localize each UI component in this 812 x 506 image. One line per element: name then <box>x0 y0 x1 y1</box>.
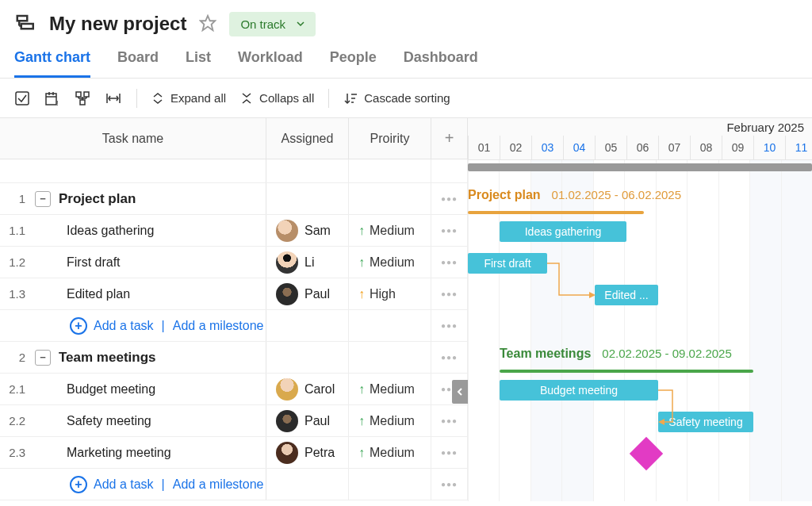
timeline-group-row: Project plan 01.02.2025 - 06.02.2025 <box>468 184 812 216</box>
task-name-cell[interactable]: Edited plan <box>32 278 266 309</box>
tab-people[interactable]: People <box>330 48 377 78</box>
row-actions-button[interactable]: ●●● <box>431 215 468 246</box>
row-actions-button[interactable]: ●●● <box>431 405 468 436</box>
timeline-overview-row <box>468 160 812 184</box>
timeline-group-bar[interactable] <box>468 211 644 214</box>
timeline-day: 06 <box>626 136 658 159</box>
assignee-name: Sam <box>304 224 331 238</box>
assignee-cell[interactable]: Carol <box>266 374 349 404</box>
timeline-task-row: First draft <box>468 247 812 279</box>
task-bar[interactable]: Safety meeting <box>658 412 753 432</box>
svg-text:!: ! <box>56 99 59 106</box>
status-label: On track <box>240 17 285 31</box>
priority-cell[interactable]: ↑ Medium <box>349 215 431 246</box>
timeline-task-row: Safety meeting <box>468 406 812 438</box>
row-actions-button[interactable]: ●●● <box>431 183 468 214</box>
panel-collapse-handle[interactable] <box>452 380 468 404</box>
project-status-chip[interactable]: On track <box>229 12 316 36</box>
priority-cell[interactable]: ↑ Medium <box>349 374 431 404</box>
add-milestone-link[interactable]: Add a milestone <box>173 319 264 333</box>
row-index: 1 <box>0 183 32 214</box>
task-row: 2.1 Budget meeting Carol ↑ Medium ●●● <box>0 374 468 405</box>
task-name-cell[interactable]: Budget meeting <box>32 374 266 404</box>
assignee-cell[interactable]: Paul <box>266 278 349 309</box>
task-name-cell[interactable]: Marketing meeting <box>32 437 266 468</box>
task-bar[interactable]: Budget meeting <box>500 380 658 401</box>
priority-label: Medium <box>370 382 415 397</box>
toolbar-hierarchy-icon[interactable] <box>75 90 90 106</box>
row-actions-button[interactable]: ●●● <box>431 310 468 341</box>
add-column-button[interactable]: + <box>431 118 468 159</box>
task-row: 1.1 Ideas gathering Sam ↑ Medium ●●● <box>0 215 468 247</box>
svg-rect-12 <box>84 92 89 97</box>
milestone-marker[interactable] <box>630 437 663 470</box>
assignee-cell[interactable]: Sam <box>266 215 349 246</box>
toolbar-check-icon[interactable] <box>14 90 30 106</box>
collapse-toggle[interactable]: − <box>35 350 51 366</box>
priority-cell[interactable]: ↑ High <box>349 278 431 309</box>
assignee-cell[interactable]: Petra <box>266 437 349 468</box>
row-actions-button[interactable]: ●●● <box>431 437 468 468</box>
avatar <box>276 378 298 401</box>
timeline-task-row: Edited ... <box>468 279 812 311</box>
assignee-cell[interactable]: Li <box>266 247 349 278</box>
tab-board[interactable]: Board <box>117 48 159 78</box>
favorite-star-button[interactable] <box>197 13 218 36</box>
priority-arrow-icon: ↑ <box>358 414 365 428</box>
add-plus-icon[interactable]: + <box>70 317 87 335</box>
timeline-day: 01 <box>468 136 500 159</box>
task-name-cell[interactable]: Ideas gathering <box>32 215 266 246</box>
add-milestone-link[interactable]: Add a milestone <box>173 477 264 492</box>
group-name-cell[interactable]: − Team meetings <box>32 342 266 373</box>
assignee-cell[interactable]: Paul <box>266 405 349 436</box>
grid-toolbar: ! Expand all Collaps all Cascade sorting <box>0 79 812 118</box>
row-actions-button[interactable]: ●●● <box>431 247 468 278</box>
avatar <box>276 283 298 305</box>
svg-marker-4 <box>201 15 215 29</box>
tab-dashboard[interactable]: Dashboard <box>404 48 478 78</box>
task-grid: Task name Assigned Proirity + 1 − Projec… <box>0 118 468 505</box>
row-actions-button[interactable]: ●●● <box>431 278 468 309</box>
task-name-cell[interactable]: First draft <box>32 247 266 278</box>
tab-gantt-chart[interactable]: Gantt chart <box>14 48 90 78</box>
cascade-sorting-button[interactable]: Cascade sorting <box>343 91 450 105</box>
timeline-group-bar[interactable] <box>500 370 753 373</box>
toolbar-width-icon[interactable] <box>105 90 122 106</box>
row-actions-button[interactable]: ●●● <box>431 469 468 500</box>
svg-rect-13 <box>80 100 85 105</box>
priority-cell[interactable]: ↑ Medium <box>349 405 431 436</box>
timeline-day: 03 <box>531 136 563 159</box>
add-plus-icon[interactable]: + <box>70 476 87 493</box>
task-bar[interactable]: First draft <box>468 253 547 274</box>
priority-cell[interactable]: ↑ Medium <box>349 247 431 278</box>
tab-list[interactable]: List <box>186 48 211 78</box>
priority-cell[interactable]: ↑ Medium <box>349 437 431 468</box>
add-task-link[interactable]: Add a task <box>94 319 154 333</box>
priority-arrow-icon: ↑ <box>358 382 365 397</box>
timeline-day: 08 <box>690 136 722 159</box>
collapse-all-button[interactable]: Collaps all <box>240 91 314 105</box>
timeline-empty-row <box>468 311 812 343</box>
add-task-link[interactable]: Add a task <box>94 477 154 492</box>
assignee-name: Carol <box>304 382 335 397</box>
toolbar-divider <box>328 89 329 108</box>
task-name-cell[interactable]: Safety meeting <box>32 405 266 436</box>
add-task-row: + Add a task | Add a milestone ●●● <box>0 310 468 342</box>
timeline-task-row: Ideas gathering <box>468 216 812 247</box>
avatar <box>276 220 298 242</box>
collapse-toggle[interactable]: − <box>35 191 51 207</box>
svg-rect-0 <box>17 16 28 21</box>
expand-all-button[interactable]: Expand all <box>151 91 226 105</box>
priority-arrow-icon: ↑ <box>358 446 365 460</box>
tab-workload[interactable]: Workload <box>238 48 303 78</box>
row-actions-button[interactable]: ●●● <box>431 342 468 373</box>
priority-arrow-icon: ↑ <box>358 287 365 301</box>
task-bar[interactable]: Ideas gathering <box>500 221 626 242</box>
toolbar-calendar-icon[interactable]: ! <box>44 90 60 106</box>
task-bar[interactable]: Edited ... <box>595 285 658 305</box>
timeline-overview-scrollbar[interactable] <box>468 163 812 171</box>
group-name-cell[interactable]: − Project plan <box>32 183 266 214</box>
svg-rect-11 <box>76 92 81 97</box>
timeline-day: 09 <box>722 136 753 159</box>
project-header: My new project On track <box>0 0 812 48</box>
